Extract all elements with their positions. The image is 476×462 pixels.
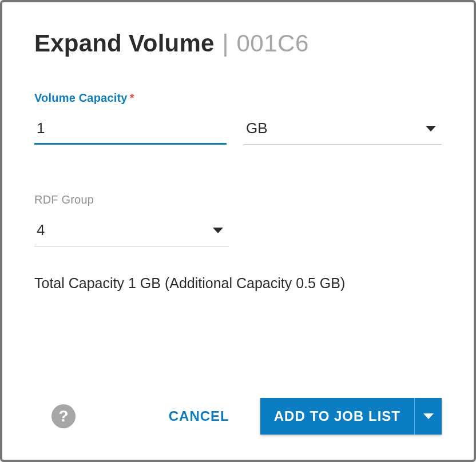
add-to-job-list-button[interactable]: ADD TO JOB LIST bbox=[260, 398, 414, 435]
form-area: Volume Capacity* 1 GB RDF Group 4 Total … bbox=[34, 91, 442, 398]
capacity-row: Volume Capacity* 1 GB bbox=[34, 91, 442, 145]
add-to-job-list-split-button: ADD TO JOB LIST bbox=[260, 398, 442, 435]
rdf-group-label: RDF Group bbox=[34, 193, 229, 206]
volume-capacity-field: Volume Capacity* 1 bbox=[34, 91, 227, 145]
rdf-group-select[interactable]: 4 bbox=[34, 217, 229, 246]
cancel-button[interactable]: CANCEL bbox=[164, 399, 234, 433]
dialog-footer: ? CANCEL ADD TO JOB LIST bbox=[34, 398, 442, 435]
chevron-down-icon bbox=[426, 126, 436, 132]
expand-volume-dialog: Expand Volume | 001C6 Volume Capacity* 1… bbox=[0, 0, 476, 462]
title-divider: | bbox=[223, 30, 229, 57]
volume-capacity-value: 1 bbox=[37, 120, 45, 137]
capacity-unit-select[interactable]: GB bbox=[244, 115, 442, 145]
dialog-header: Expand Volume | 001C6 bbox=[34, 30, 442, 57]
rdf-group-field: RDF Group 4 bbox=[34, 193, 229, 246]
chevron-down-icon bbox=[423, 413, 434, 419]
add-to-job-list-dropdown-button[interactable] bbox=[414, 398, 442, 435]
chevron-down-icon bbox=[213, 228, 223, 233]
help-icon[interactable]: ? bbox=[51, 404, 76, 428]
volume-capacity-label: Volume Capacity* bbox=[34, 91, 227, 105]
volume-capacity-input[interactable]: 1 bbox=[34, 115, 227, 145]
total-capacity-summary: Total Capacity 1 GB (Additional Capacity… bbox=[34, 275, 442, 292]
rdf-group-value: 4 bbox=[37, 221, 45, 239]
capacity-unit-field: GB bbox=[244, 91, 442, 145]
dialog-title: Expand Volume bbox=[34, 30, 215, 57]
volume-id: 001C6 bbox=[236, 30, 308, 57]
capacity-unit-value: GB bbox=[246, 120, 268, 137]
required-asterisk: * bbox=[130, 91, 134, 104]
label-text: Volume Capacity bbox=[34, 91, 128, 104]
